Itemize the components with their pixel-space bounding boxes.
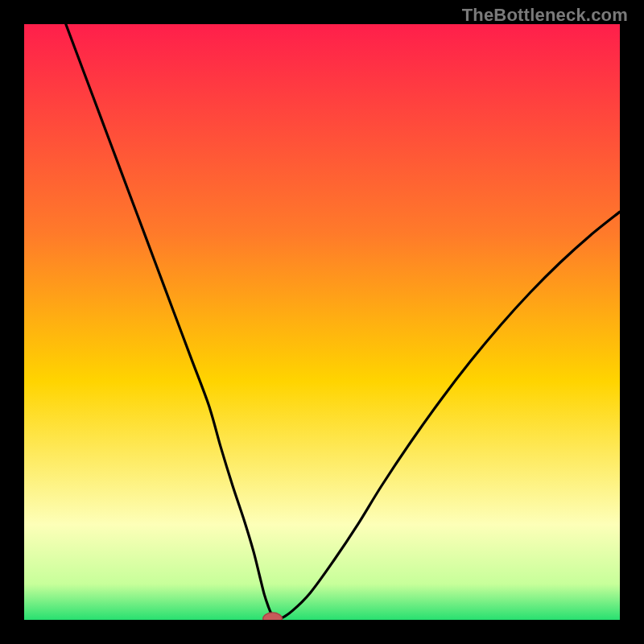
optimal-point-marker — [263, 613, 283, 620]
gradient-background — [24, 24, 620, 620]
bottleneck-chart — [24, 24, 620, 620]
watermark-text: TheBottleneck.com — [462, 5, 628, 26]
chart-frame: TheBottleneck.com — [0, 0, 644, 644]
